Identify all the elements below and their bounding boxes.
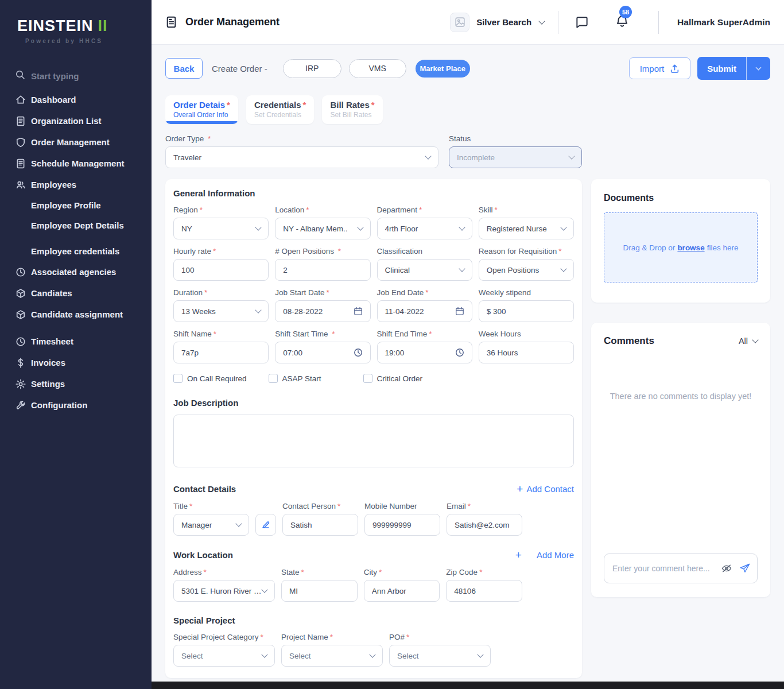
tab-credentials[interactable]: Credentials* Set Credentials — [246, 95, 315, 124]
sidebar-item-label: Invoices — [31, 358, 65, 367]
shift-name-input[interactable]: 7a7p — [173, 342, 269, 363]
chat-icon[interactable] — [575, 15, 589, 30]
field-duration: Duration* 13 Weeks — [173, 288, 269, 322]
sidebar-item-label: Timesheet — [31, 336, 73, 346]
sidebar-item-candiates[interactable]: Candiates — [0, 282, 152, 304]
contact-person-input[interactable]: Satish — [282, 514, 358, 536]
home-icon — [15, 94, 26, 105]
calendar-icon — [455, 307, 464, 316]
order-type-row: Order Type * Traveler Status Incomplete — [165, 134, 770, 168]
irp-button[interactable]: IRP — [283, 59, 341, 78]
import-button[interactable]: Import — [629, 57, 691, 79]
field-city: City* Ann Arbor — [364, 568, 440, 602]
order-type-select[interactable]: Traveler — [165, 146, 438, 168]
project-name-select[interactable]: Select — [281, 645, 383, 667]
shift-start-time-input[interactable]: 07:00 — [275, 342, 370, 363]
open-positions-input[interactable]: 2 — [275, 259, 370, 281]
submit-button[interactable]: Submit — [697, 57, 746, 80]
edit-contact-button[interactable] — [255, 514, 276, 536]
zip-code-input[interactable]: 48106 — [446, 580, 522, 602]
org-chevron-down-icon[interactable] — [538, 18, 545, 24]
sidebar-item-employee-profile[interactable]: Employee Profile — [0, 195, 152, 215]
sidebar-item-label: Settings — [31, 379, 65, 389]
bottom-scrollbar[interactable] — [152, 682, 784, 689]
week-hours-input[interactable]: 36 Hours — [479, 342, 574, 363]
field-hourly-rate: Hourly rate* 100 — [173, 247, 269, 281]
job-description-textarea[interactable] — [173, 415, 574, 467]
send-icon[interactable] — [739, 563, 751, 574]
document-icon — [15, 158, 26, 169]
sidebar-item-label: Dashboard — [31, 95, 76, 104]
market-place-button[interactable]: Market Place — [416, 60, 470, 78]
contact-email-input[interactable]: Satish@e2.com — [447, 514, 522, 536]
shift-end-time-input[interactable]: 19:00 — [377, 342, 472, 363]
field-open-positions: # Open Positions * 2 — [275, 247, 370, 281]
department-select[interactable]: 4rth Floor — [377, 218, 472, 239]
sidebar-item-employees[interactable]: Employees — [0, 174, 152, 195]
sidebar-item-label: Associated agencies — [31, 267, 116, 277]
add-work-location-button[interactable]: + Add More — [515, 549, 574, 560]
cube-icon — [15, 288, 26, 299]
back-button[interactable]: Back — [165, 58, 203, 79]
state-input[interactable]: MI — [281, 580, 358, 602]
sidebar-item-timesheet[interactable]: Timesheet — [0, 331, 152, 352]
hourly-rate-input[interactable]: 100 — [173, 259, 269, 281]
user-name[interactable]: Hallmark SuperAdmin — [677, 17, 770, 28]
sidebar-item-invoices[interactable]: Invoices — [0, 352, 152, 373]
location-select[interactable]: NY - Albany Mem.. — [275, 218, 370, 239]
on-call-required-checkbox[interactable] — [173, 374, 183, 383]
special-project-category-select[interactable]: Select — [173, 645, 275, 667]
job-start-date-input[interactable]: 08-28-2022 — [275, 300, 370, 322]
address-select[interactable]: 5301 E. Huron River Dr. — [173, 580, 275, 602]
asap-start-checkbox[interactable] — [269, 374, 278, 383]
critical-order-checkbox[interactable] — [363, 374, 372, 383]
tab-bill-rates[interactable]: Bill Rates* Set Bill Rates — [322, 95, 382, 124]
duration-select[interactable]: 13 Weeks — [173, 300, 269, 322]
sidebar-item-organization-list[interactable]: Organization List — [0, 110, 152, 131]
comments-filter-select[interactable]: All — [739, 336, 758, 346]
vms-button[interactable]: VMS — [349, 59, 406, 78]
create-order-label: Create Order - — [212, 64, 267, 73]
field-shift-name: Shift Name* 7a7p — [173, 330, 269, 363]
city-input[interactable]: Ann Arbor — [364, 580, 440, 602]
search-input[interactable] — [31, 71, 129, 81]
sidebar-item-associated-agencies[interactable]: Associated agencies — [0, 261, 152, 282]
skill-select[interactable]: Registered Nurse — [479, 218, 574, 239]
sidebar-search[interactable] — [0, 69, 152, 82]
logo-suffix: II — [98, 17, 108, 34]
page-body: Back Create Order - IRP VMS Market Place… — [152, 45, 784, 682]
sidebar-item-employee-credentials[interactable]: Employee credentials — [0, 241, 152, 261]
checkbox-label: Critical Order — [377, 374, 423, 383]
job-end-date-input[interactable]: 11-04-2022 — [377, 300, 472, 322]
sidebar-item-label: Organization List — [31, 116, 102, 126]
notifications-button[interactable]: 58 — [615, 14, 630, 31]
sidebar-item-dashboard[interactable]: Dashboard — [0, 89, 152, 110]
classification-select[interactable]: Clinical — [377, 259, 472, 281]
sidebar-item-schedule-management[interactable]: Schedule Management — [0, 153, 152, 174]
eye-off-icon[interactable] — [721, 563, 732, 574]
clock-icon — [354, 348, 363, 357]
sidebar-item-employee-dept-details[interactable]: Employee Dept Details — [0, 215, 152, 235]
reason-for-requisition-select[interactable]: Open Positions — [479, 259, 574, 281]
sidebar-item-candidate-assignment[interactable]: Candidate assignment — [0, 304, 152, 325]
sidebar-item-settings[interactable]: Settings — [0, 373, 152, 394]
submit-dropdown-button[interactable] — [746, 57, 770, 80]
tab-order-details[interactable]: Order Detais* Overall Order Info — [165, 95, 238, 124]
chevron-down-icon — [255, 307, 262, 313]
sidebar-item-label: Configuration — [31, 400, 87, 410]
sidebar-item-configuration[interactable]: Configuration — [0, 394, 152, 416]
section-title-general-information: General Information — [173, 188, 574, 198]
document-icon — [15, 115, 26, 126]
chevron-down-icon — [261, 651, 267, 657]
file-dropzone[interactable]: Drag & Drop orbrowsefiles here — [604, 212, 758, 282]
sidebar-item-label: Candidate assignment — [31, 309, 123, 319]
add-contact-button[interactable]: + Add Contact — [517, 483, 574, 494]
mobile-number-input[interactable]: 999999999 — [364, 514, 440, 536]
po-number-select[interactable]: Select — [389, 645, 491, 667]
weekly-stipend-input[interactable]: $ 300 — [479, 300, 574, 322]
sidebar-item-order-management[interactable]: Order Management — [0, 131, 152, 153]
region-select[interactable]: NY — [173, 218, 269, 239]
browse-link[interactable]: browse — [677, 243, 704, 252]
contact-title-select[interactable]: Manager — [173, 514, 249, 536]
sidebar-item-label: Employee Dept Details — [31, 220, 124, 230]
